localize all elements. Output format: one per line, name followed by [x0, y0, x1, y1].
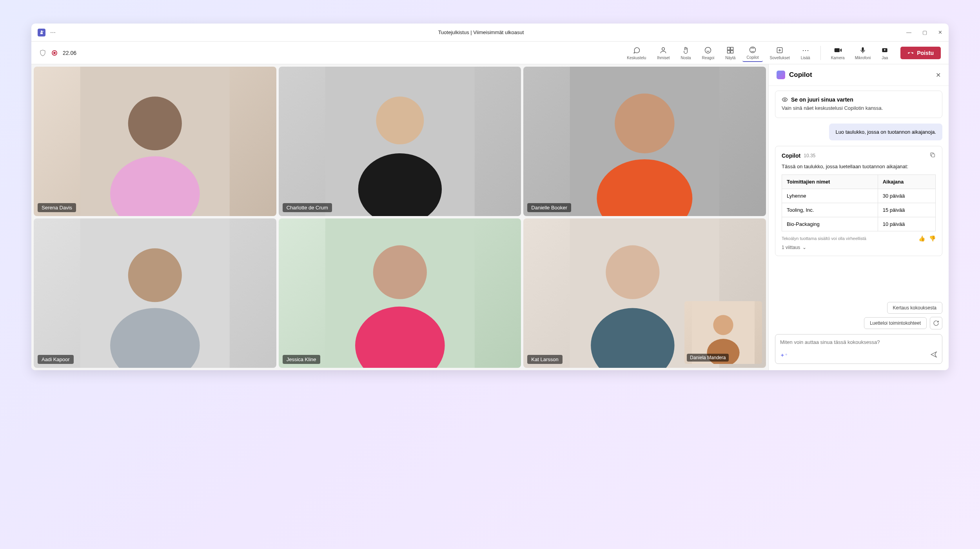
svg-rect-4 [728, 50, 730, 53]
suggestion-chip[interactable]: Luetteloi toimintokohteet [864, 317, 927, 329]
participant-tile[interactable]: Kat Larsson Daniela Mandera [523, 218, 766, 368]
self-name: Daniela Mandera [687, 354, 729, 362]
participant-name: Kat Larsson [527, 355, 562, 364]
participant-tile[interactable]: Jessica Kline [279, 218, 521, 368]
references-toggle[interactable]: 1 viittaus ⌄ [782, 245, 936, 250]
copilot-input[interactable] [780, 339, 937, 345]
svg-rect-5 [731, 50, 733, 53]
response-author: Copilot [782, 153, 800, 159]
raise-hand-button[interactable]: Nosta [677, 44, 695, 62]
app-window: ⋯ Tuotejulkistus | Viimeisimmät ulkoasut… [31, 24, 949, 370]
self-view[interactable]: Daniela Mandera [684, 301, 762, 364]
table-row: Lyhenne30 päivää [782, 189, 936, 203]
hangup-icon [907, 50, 914, 56]
grid-icon [726, 46, 734, 55]
emoji-icon [704, 46, 712, 55]
chevron-down-icon: ⌄ [802, 245, 806, 250]
recording-indicator-icon [52, 50, 57, 56]
shield-icon [39, 49, 46, 56]
avatar [279, 67, 521, 216]
svg-rect-3 [731, 47, 733, 50]
close-button[interactable]: ✕ [938, 29, 942, 35]
participant-name: Aadi Kapoor [38, 355, 74, 364]
people-button[interactable]: Ihmiset [653, 44, 673, 62]
more-icon: ⋯ [802, 46, 809, 55]
meeting-timer: 22.06 [63, 50, 76, 56]
svg-rect-7 [862, 47, 864, 51]
avatar [523, 67, 766, 216]
svg-point-0 [662, 47, 665, 50]
minimize-button[interactable]: — [906, 29, 911, 35]
copilot-panel: Copilot ✕ Se on juuri sinua varten Vain … [768, 64, 949, 370]
leave-button[interactable]: Poistu [900, 47, 941, 59]
svg-point-28 [713, 315, 733, 335]
response-table: Toimittajien nimet Aikajana Lyhenne30 pä… [782, 175, 936, 231]
participant-tile[interactable]: Danielle Booker [523, 67, 766, 216]
svg-rect-2 [728, 47, 730, 50]
react-button[interactable]: Reagoi [698, 44, 719, 62]
more-button[interactable]: ⋯ Lisää [797, 44, 814, 62]
refresh-suggestions-button[interactable] [930, 317, 942, 329]
svg-point-10 [128, 96, 182, 150]
view-button[interactable]: Näytä [721, 44, 739, 62]
copilot-response: Copilot 10.35 Tässä on taulukko, jossa l… [775, 146, 942, 256]
participant-name: Serena Davis [38, 203, 76, 212]
camera-button[interactable]: Kamera [827, 44, 849, 62]
svg-point-13 [376, 96, 424, 144]
suggestion-chips: Kertaus kokouksesta Luetteloi toimintoko… [769, 302, 949, 329]
copy-button[interactable] [929, 152, 936, 160]
close-panel-button[interactable]: ✕ [936, 71, 941, 79]
meeting-toolbar: 22.06 Keskustelu Ihmiset Nosta Reagoi Nä… [31, 42, 949, 64]
thumbs-up-button[interactable]: 👍 [918, 235, 925, 242]
mic-button[interactable]: Mikrofoni [851, 44, 875, 62]
participant-name: Jessica Kline [283, 355, 320, 364]
window-title: Tuotejulkistus | Viimeisimmät ulkoasut [56, 29, 906, 35]
table-row: Bio-Packaging10 päivää [782, 217, 936, 231]
svg-point-1 [705, 47, 711, 53]
privacy-info-card: Se on juuri sinua varten Vain sinä näet … [775, 91, 942, 118]
apps-icon [776, 46, 784, 55]
participant-name: Charlotte de Crum [283, 203, 332, 212]
hand-icon [682, 46, 690, 55]
mic-icon [859, 46, 867, 55]
teams-icon [38, 29, 45, 36]
sparkle-icon[interactable]: ✦⁺ [780, 352, 788, 358]
participant-tile[interactable]: Aadi Kapoor [34, 218, 276, 368]
avatar [34, 218, 276, 368]
more-menu-icon[interactable]: ⋯ [50, 29, 56, 36]
svg-point-30 [784, 99, 786, 100]
copilot-input-area: ✦⁺ [775, 334, 942, 364]
titlebar: ⋯ Tuotejulkistus | Viimeisimmät ulkoasut… [31, 24, 949, 42]
chat-button[interactable]: Keskustelu [623, 44, 650, 62]
avatar [279, 218, 521, 368]
participant-tile[interactable]: Serena Davis [34, 67, 276, 216]
participant-tile[interactable]: Charlotte de Crum [279, 67, 521, 216]
people-icon [659, 46, 667, 55]
svg-point-19 [128, 248, 182, 302]
participant-name: Danielle Booker [527, 203, 571, 212]
panel-title: Copilot [789, 71, 932, 79]
svg-point-25 [606, 245, 660, 299]
thumbs-down-button[interactable]: 👎 [929, 235, 936, 242]
share-button[interactable]: Jaa [877, 44, 893, 62]
copilot-logo-icon [777, 71, 785, 79]
eye-icon [782, 96, 788, 103]
share-icon [881, 46, 889, 55]
svg-point-22 [373, 245, 426, 299]
camera-icon [834, 46, 842, 55]
apps-button[interactable]: Sovellukset [766, 44, 794, 62]
copilot-button[interactable]: Copilot [742, 44, 762, 62]
svg-rect-31 [931, 154, 935, 157]
send-button[interactable] [930, 351, 937, 360]
ai-disclaimer: Tekoälyn tuottama sisältö voi olla virhe… [782, 236, 866, 241]
table-row: Tooling, Inc.15 päivää [782, 203, 936, 217]
suggestion-chip[interactable]: Kertaus kokouksesta [887, 302, 942, 314]
refresh-icon [933, 320, 939, 326]
avatar [34, 67, 276, 216]
divider [820, 46, 821, 60]
response-time: 10.35 [804, 153, 815, 158]
user-message: Luo taulukko, jossa on tuotannon aikajan… [829, 124, 942, 141]
svg-point-16 [615, 94, 674, 153]
maximize-button[interactable]: ▢ [922, 29, 927, 35]
video-grid: Serena Davis Charlotte de Crum Danielle … [31, 64, 768, 370]
